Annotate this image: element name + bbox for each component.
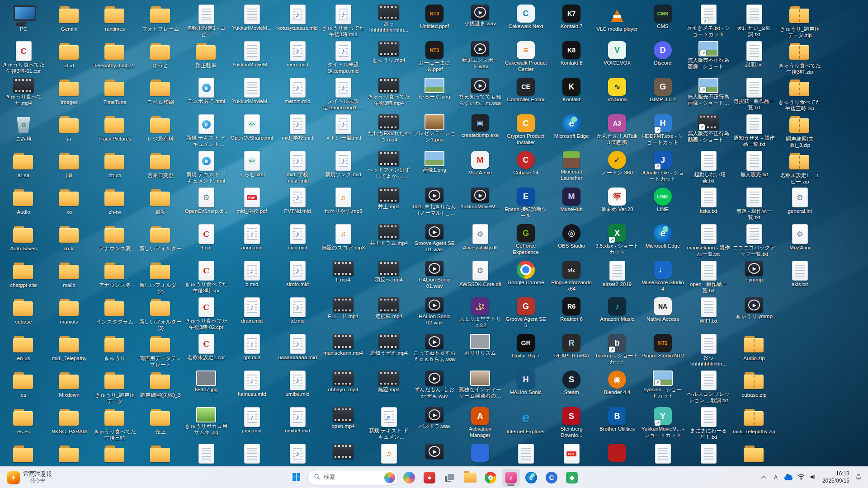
desktop-icon[interactable]: MoZA.ini [778,224,822,251]
desktop-icon[interactable]: ニコニコバックアップ一覧.txt [732,224,776,258]
desktop-icon[interactable]: きゅうり食べてた.mp4 [1,78,46,107]
desktop-icon[interactable]: NT3おーばーまにあ.ppsf [412,41,457,73]
desktop-icon[interactable]: Y↗YukkuriMovieM... - ショートカット [641,407,685,439]
desktop-icon[interactable]: インスタグラム [93,297,137,325]
tray-chevron-button[interactable] [758,469,769,487]
desktop-icon[interactable]: mero.mid [275,41,320,68]
desktop-icon[interactable]: ksks.txt [686,188,731,215]
desktop-icon[interactable]: きゅうり食べてた午後三時 [93,407,137,441]
desktop-icon[interactable]: mid_学校.mid [275,114,320,141]
desktop-icon[interactable]: フォトフレーム [138,5,183,33]
desktop-icon[interactable]: Microsoft Edge [549,114,594,140]
task-view-button[interactable] [441,469,459,487]
desktop-icon[interactable]: 調声練習(失敗)_3 [138,371,183,399]
desktop-icon[interactable]: 名称未設定1 - コピー.zip [778,151,822,185]
desktop-icon[interactable]: ar-sa [1,151,46,179]
desktop-icon[interactable]: NT2Piapro Studio NT2 [641,334,685,359]
desktop-icon[interactable]: Gemini [47,5,91,33]
desktop-icon[interactable]: おっhhhhhhhhhhh... [686,334,731,367]
desktop-icon[interactable]: HALion Sonic 02.wav [412,297,457,326]
desktop-icon[interactable]: ≡Cakewalk Product Center [504,41,548,73]
desktop-icon[interactable]: きゅうり.mp4 [367,41,411,64]
desktop-icon[interactable]: NANative Access [641,297,685,323]
desktop-icon[interactable]: きゅうり.ymmp [732,297,776,320]
desktop-icon[interactable]: 死にたい_ω歌詞.txt [732,5,776,38]
desktop-icon[interactable]: mid_学校.pdf [230,188,274,215]
desktop-icon[interactable]: meroin.mid [275,78,320,105]
desktop-icon[interactable]: ohhayo-.mp4 [321,371,365,393]
desktop-icon[interactable]: きゅうり食べてた午後3時-02.cpr [184,297,228,331]
search-input[interactable]: 検索 [307,470,398,485]
desktop-icon[interactable]: ヘルスコンプレッション__歌詞.txt [686,371,731,404]
desktop-icon[interactable]: jusu.mid [230,407,274,434]
desktop-icon[interactable] [275,444,320,465]
desktop-icon[interactable]: ◎OBS Studio [549,224,594,249]
desktop-icon[interactable]: 新規 テキスト ドキュメント.musicxml [367,407,411,441]
ime-indicator[interactable]: A [770,469,782,487]
desktop-icon[interactable] [321,444,365,460]
desktop-icon[interactable]: ko-kr [47,224,91,252]
desktop-icon[interactable]: ↗syasinn - ショートカット [641,371,685,399]
desktop-icon[interactable]: mid_学校 muse.mid [275,151,320,184]
desktop-icon[interactable] [47,444,91,465]
desktop-icon[interactable]: sfzPlogue sforzando x64 [549,261,594,292]
pink-media-app-button[interactable]: ♪ [502,469,520,487]
desktop-icon[interactable]: Audio.zip [732,334,776,362]
desktop-icon[interactable]: YukkuriMovieM... [230,5,274,32]
desktop-icon[interactable]: 説明.txt [732,41,776,68]
desktop-icon[interactable]: GRGuitar Rig 7 [504,334,548,359]
desktop-icon[interactable]: R6Reaktor 6 [549,297,594,323]
desktop-icon[interactable]: 売上 [138,407,183,435]
desktop-icon[interactable] [641,444,685,465]
desktop-icon[interactable]: Audio [1,188,46,216]
desktop-icon[interactable]: 通知うぜえ.mp4 [367,334,411,357]
desktop-icon[interactable]: ♪Amazon Music [595,297,639,323]
desktop-icon[interactable]: 65407.jpg [184,371,228,393]
desktop-icon[interactable]: hamusu.mid [230,371,274,398]
desktop-icon[interactable]: id-id [47,41,91,69]
green-app-button[interactable]: ◆ [563,469,581,487]
desktop-icon[interactable]: CCakewalk Next [504,5,548,30]
taskbar-clock[interactable]: 16:13 2025/09/15 [820,470,852,484]
desktop-icon[interactable]: ↗無人販売不正行為画像 - ショートカッ... [686,41,731,70]
desktop-icon[interactable]: きゅうり食ってた午後3時.mid [321,5,365,38]
notification-bell-button[interactable] [853,469,864,487]
desktop-icon[interactable]: 最新 [138,188,183,216]
desktop-icon[interactable]: ヘッドフォンはずしてよかった.mp4 [367,151,411,180]
desktop-icon[interactable]: 001_東北きりたん（ノーマル）_今じゃ... [412,188,457,216]
desktop-icon[interactable]: 井上.mp4 [367,188,411,210]
desktop-icon[interactable]: cubase.zip [732,371,776,399]
desktop-icon[interactable]: 選択肢 - 親作品一覧.txt [732,78,776,111]
desktop-icon[interactable] [732,444,776,465]
desktop-icon[interactable]: open - 親作品一覧.txt [686,261,731,294]
desktop-icon[interactable]: gpt.mid [230,334,274,361]
desktop-icon[interactable]: ◉Blender 4.4 [595,371,639,396]
desktop-icon[interactable]: 無題のスコア.mp3 [321,224,365,251]
desktop-icon[interactable]: こってぬｈｄすおｆｄｓｂらぁ.wav [412,334,457,363]
desktop-icon[interactable]: VLC media player [595,5,639,33]
desktop-icon[interactable]: 9.cpr [184,224,228,251]
desktop-icon[interactable]: es [1,371,46,399]
desktop-icon[interactable]: PVTNd.mid [275,188,320,215]
desktop-icon[interactable] [595,444,639,463]
desktop-icon[interactable]: J↗JQuake.exe - ショートカット [641,151,685,183]
desktop-icon[interactable]: おっhhhhhhhhhhhh... [367,5,411,33]
desktop-icon[interactable]: アナウンス夏 [93,224,137,252]
desktop-icon[interactable]: midi_Telepathy [47,334,91,362]
desktop-icon[interactable]: 通知うぜえ - 親作品一覧.txt [732,114,776,148]
desktop-icon[interactable]: Fymmp [732,261,776,283]
desktop-icon[interactable]: Fコード.mp4 [321,297,365,320]
desktop-icon[interactable]: airset2-2019 [595,261,639,288]
taskbar-weather-widget[interactable]: 雷雨注意報 発令中 [3,469,57,485]
desktop-icon[interactable]: きゅうり_調声用データ.zip [778,5,822,39]
desktop-icon[interactable]: きゅうり_調声用データ [93,371,137,405]
desktop-icon[interactable]: H↗HDDFMT.exe - ショートカット [641,114,685,146]
desktop-icon[interactable]: WIFI.txt [686,297,731,324]
desktop-icon[interactable]: K7Kontakt 7 [549,5,594,30]
desktop-icon[interactable]: ゆうと [138,41,183,69]
desktop-icon[interactable]: en-us [1,334,46,362]
desktop-icon[interactable]: OpenCvSharp.dll... [184,188,228,221]
desktop-icon[interactable]: dram.mid [230,297,274,324]
desktop-icon[interactable]: HHALion Sonic [504,371,548,396]
desktop-icon[interactable] [412,444,457,460]
